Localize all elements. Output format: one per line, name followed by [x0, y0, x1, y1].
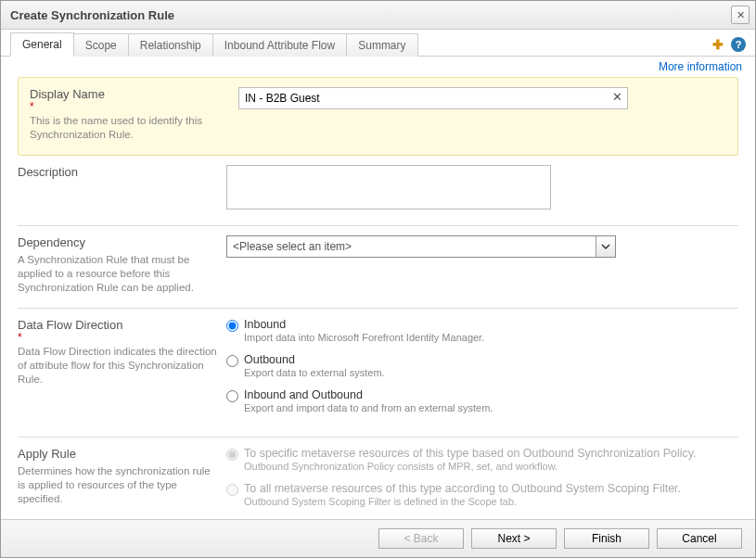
dialog-title: Create Synchronization Rule	[10, 8, 731, 22]
more-info-bar: More information	[1, 57, 755, 73]
required-marker: *	[18, 334, 217, 341]
radio-apply-filter	[226, 484, 238, 496]
radio-inbound-label: Inbound	[244, 318, 286, 331]
dependency-select-value[interactable]: <Please select an item>	[226, 235, 616, 258]
radio-outbound[interactable]	[226, 355, 238, 367]
radio-outbound-desc: Export data to external system.	[244, 367, 385, 378]
more-information-link[interactable]: More information	[659, 60, 742, 73]
tab-general[interactable]: General	[10, 32, 74, 57]
radio-apply-filter-label: To all metaverse resources of this type …	[244, 482, 681, 495]
radio-apply-filter-row: To all metaverse resources of this type …	[226, 482, 738, 508]
next-button[interactable]: Next >	[471, 528, 557, 549]
radio-apply-filter-desc: Outbound System Scoping Filter is define…	[244, 496, 517, 507]
content-area: Display Name * This is the name used to …	[1, 73, 755, 519]
radio-both-label: Inbound and Outbound	[244, 388, 363, 401]
back-button: < Back	[378, 528, 464, 549]
close-button[interactable]: ✕	[731, 6, 750, 24]
radio-outbound-label: Outbound	[244, 353, 295, 366]
finish-button[interactable]: Finish	[564, 528, 649, 549]
tab-scope[interactable]: Scope	[73, 33, 129, 57]
titlebar: Create Synchronization Rule ✕	[1, 1, 755, 30]
section-display-name: Display Name * This is the name used to …	[18, 77, 738, 156]
section-dependency: Dependency A Synchronization Rule that m…	[18, 226, 738, 309]
dependency-label: Dependency	[18, 235, 217, 249]
apply-rule-label: Apply Rule	[18, 447, 217, 461]
radio-outbound-row[interactable]: Outbound Export data to external system.	[226, 353, 738, 379]
apply-rule-desc: Determines how the synchronization rule …	[18, 464, 217, 506]
radio-both-desc: Export and import data to and from an ex…	[244, 402, 493, 413]
data-flow-desc: Data Flow Direction indicates the direct…	[18, 345, 217, 387]
clear-input-icon[interactable]: ✕	[609, 90, 624, 105]
description-input[interactable]	[226, 165, 551, 209]
tab-strip: General Scope Relationship Inbound Attri…	[1, 30, 755, 57]
add-note-icon[interactable]: ✚	[711, 37, 725, 52]
description-label: Description	[18, 165, 217, 179]
tab-inbound-attribute-flow[interactable]: Inbound Attribute Flow	[212, 33, 347, 57]
footer: < Back Next > Finish Cancel	[1, 519, 755, 557]
radio-both-row[interactable]: Inbound and Outbound Export and import d…	[226, 388, 738, 414]
tab-summary[interactable]: Summary	[346, 33, 417, 57]
section-apply-rule: Apply Rule Determines how the synchroniz…	[18, 438, 738, 519]
section-data-flow: Data Flow Direction * Data Flow Directio…	[18, 309, 738, 438]
dialog-window: Create Synchronization Rule ✕ General Sc…	[0, 0, 756, 558]
radio-both[interactable]	[226, 390, 238, 402]
radio-inbound[interactable]	[226, 320, 238, 332]
radio-inbound-row[interactable]: Inbound Import data into Microsoft Foref…	[226, 318, 738, 344]
required-marker: *	[30, 103, 229, 110]
cancel-button[interactable]: Cancel	[657, 528, 742, 549]
radio-inbound-desc: Import data into Microsoft Forefront Ide…	[244, 332, 484, 343]
radio-apply-policy-desc: Outbound Synchronization Policy consists…	[244, 461, 557, 472]
section-description: Description	[18, 156, 738, 226]
display-name-input[interactable]	[238, 87, 628, 109]
data-flow-label: Data Flow Direction	[18, 318, 217, 332]
help-icon[interactable]: ?	[731, 37, 746, 52]
dependency-select[interactable]: <Please select an item>	[226, 235, 616, 258]
dependency-desc: A Synchronization Rule that must be appl…	[18, 253, 217, 295]
display-name-label: Display Name	[30, 87, 229, 101]
close-icon: ✕	[737, 9, 745, 21]
radio-apply-policy-label: To specific metaverse resources of this …	[244, 447, 697, 460]
display-name-desc: This is the name used to identify this S…	[30, 114, 229, 142]
radio-apply-policy-row: To specific metaverse resources of this …	[226, 447, 738, 473]
radio-apply-policy	[226, 449, 238, 461]
tab-relationship[interactable]: Relationship	[128, 33, 213, 57]
